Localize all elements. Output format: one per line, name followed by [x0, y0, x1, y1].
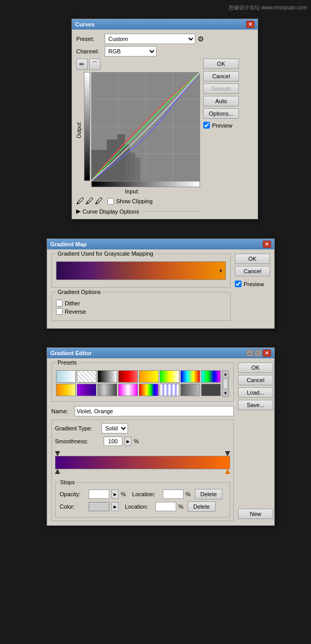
- channel-select[interactable]: RGB: [105, 46, 157, 57]
- gm-cancel-button[interactable]: Cancel: [235, 266, 270, 276]
- preset-16[interactable]: [201, 384, 221, 396]
- scroll-down-arrow[interactable]: ▼: [222, 390, 229, 397]
- preset-14[interactable]: [160, 384, 179, 396]
- reverse-row: Reverse: [56, 308, 226, 315]
- stops-section: Stops Opacity: ▶ % Location: % Delete: [55, 482, 230, 517]
- dither-checkbox[interactable]: [56, 300, 63, 306]
- gm-ok-button[interactable]: OK: [235, 254, 270, 264]
- scroll-up-arrow[interactable]: ▲: [222, 371, 229, 377]
- preset-5[interactable]: [139, 370, 159, 383]
- curves-smooth-button[interactable]: Smooth: [203, 83, 239, 94]
- preset-2[interactable]: [77, 370, 96, 383]
- preset-12[interactable]: [118, 384, 138, 396]
- gradient-preview[interactable]: [56, 261, 226, 280]
- delete-button-1[interactable]: Delete: [195, 489, 223, 499]
- reverse-checkbox[interactable]: [56, 308, 63, 315]
- gradient-bar[interactable]: [55, 456, 230, 469]
- gm-preview-label: Preview: [244, 281, 264, 287]
- opacity-arrow[interactable]: ▶: [111, 489, 119, 499]
- watermark-text: 思缘设计论坛 www.missyuan.com: [229, 4, 307, 11]
- delete-button-2[interactable]: Delete: [188, 501, 216, 512]
- curves-body: Preset: Custom ⚙ Channel: RGB ✏ ⌒: [72, 30, 258, 219]
- color-swatch[interactable]: [89, 502, 109, 511]
- preset-3[interactable]: [97, 370, 117, 383]
- preset-select[interactable]: Custom: [105, 34, 195, 44]
- curves-main-area: ✏ ⌒ Output:: [76, 59, 253, 215]
- ge-cancel-button[interactable]: Cancel: [238, 375, 273, 385]
- presets-scrollbar: ▲ ▼: [222, 370, 229, 397]
- curves-close-button[interactable]: ✕: [246, 21, 255, 28]
- presets-label: Presets: [56, 359, 78, 366]
- preset-1[interactable]: [56, 370, 76, 383]
- eyedropper-gray[interactable]: 🖊: [86, 197, 94, 206]
- gradient-map-close-button[interactable]: ✕: [263, 241, 271, 248]
- preset-label: Preset:: [76, 36, 105, 42]
- preset-13[interactable]: [139, 384, 159, 396]
- curves-preview-checkbox[interactable]: [203, 122, 210, 129]
- ge-minimize-button[interactable]: —: [246, 349, 253, 357]
- gradient-map-dialog: Gradient Map ✕ Gradient Used for Graysca…: [47, 239, 275, 329]
- name-label: Name:: [51, 408, 75, 414]
- curve-display-options[interactable]: ▶ Curve Display Options: [76, 208, 200, 215]
- eyedropper-white[interactable]: 🖊: [95, 197, 103, 206]
- ge-save-button[interactable]: Save...: [238, 400, 273, 410]
- ge-ok-button[interactable]: OK: [238, 362, 273, 373]
- gm-buttons: OK Cancel Preview: [235, 254, 270, 324]
- preset-icon[interactable]: ⚙: [197, 35, 204, 43]
- location-input-2[interactable]: [156, 502, 176, 511]
- ge-close-button[interactable]: ✕: [263, 349, 271, 357]
- color-stop-row: Color: ▶ Location: % Delete: [60, 501, 225, 512]
- show-clipping-row: Show Clipping: [107, 198, 152, 205]
- reverse-label: Reverse: [65, 309, 86, 315]
- gm-preview-checkbox[interactable]: [235, 281, 242, 287]
- name-input[interactable]: [75, 406, 234, 416]
- curves-canvas-container[interactable]: [91, 72, 200, 181]
- preset-9[interactable]: [56, 384, 76, 396]
- scroll-thumb[interactable]: [223, 379, 228, 389]
- curves-cancel-button[interactable]: Cancel: [203, 71, 239, 81]
- ge-maximize-button[interactable]: □: [255, 349, 262, 357]
- smoothness-label: Smoothness:: [55, 438, 102, 444]
- canvas-with-vbar: [84, 72, 200, 181]
- curves-tool-curve[interactable]: ⌒: [89, 59, 101, 70]
- eyedropper-black[interactable]: 🖊: [76, 197, 84, 206]
- preset-11[interactable]: [97, 384, 117, 396]
- name-row: Name:: [51, 406, 234, 416]
- top-stops-row: [55, 451, 230, 455]
- h-gradient-row: [91, 181, 200, 187]
- show-clipping-checkbox[interactable]: [107, 198, 114, 205]
- bottom-stop-left[interactable]: [55, 469, 60, 474]
- smoothness-input[interactable]: [104, 437, 122, 446]
- preset-15[interactable]: [180, 384, 200, 396]
- gm-content: Gradient Used for Grayscale Mapping Grad…: [51, 254, 270, 324]
- svg-rect-11: [130, 152, 135, 181]
- channel-row: Channel: RGB: [76, 46, 253, 57]
- curves-ok-button[interactable]: OK: [203, 59, 239, 69]
- color-arrow[interactable]: ▶: [111, 502, 119, 511]
- curves-tool-pencil[interactable]: ✏: [76, 59, 88, 70]
- gm-titlebar-buttons: ✕: [263, 241, 271, 248]
- ge-load-button[interactable]: Load...: [238, 387, 273, 398]
- curves-canvas-row: Output:: [76, 72, 200, 187]
- gradient-type-select[interactable]: Solid: [102, 423, 128, 433]
- preset-7[interactable]: [180, 370, 200, 383]
- preset-4[interactable]: [118, 370, 138, 383]
- gradient-used-group: Gradient Used for Grayscale Mapping: [51, 254, 231, 288]
- output-area: Output:: [76, 72, 83, 187]
- location-pct-2: %: [178, 503, 183, 510]
- curves-options-button[interactable]: Options...: [203, 108, 239, 119]
- preset-8[interactable]: [201, 370, 221, 383]
- location-input-1[interactable]: [163, 489, 183, 499]
- expand-icon: ▶: [76, 208, 80, 215]
- preset-6[interactable]: [160, 370, 179, 383]
- ge-new-button[interactable]: New: [238, 509, 273, 519]
- preset-10[interactable]: [77, 384, 96, 396]
- gradient-type-row: Gradient Type: Solid: [55, 423, 230, 433]
- smoothness-arrow[interactable]: ▶: [124, 437, 132, 446]
- bottom-stop-right[interactable]: [225, 469, 230, 474]
- gm-preview-row: Preview: [235, 281, 270, 287]
- opacity-stop-row: Opacity: ▶ % Location: % Delete: [60, 489, 225, 499]
- preset-row: Preset: Custom ⚙: [76, 34, 253, 44]
- opacity-input[interactable]: [89, 489, 109, 499]
- curves-auto-button[interactable]: Auto: [203, 96, 239, 106]
